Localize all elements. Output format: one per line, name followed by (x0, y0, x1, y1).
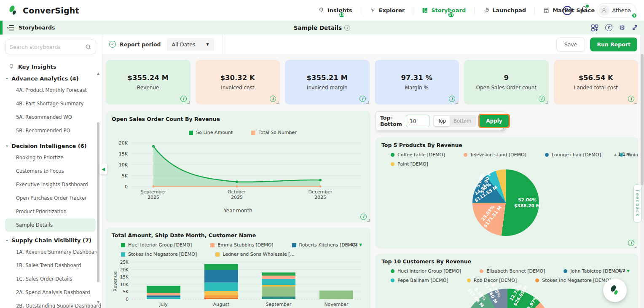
legend-item[interactable]: John Tabletop [DEMO] (564, 268, 621, 274)
kpi-card[interactable]: $355.24 MRevenuei (106, 60, 191, 104)
legend-item[interactable]: So Line Amount (189, 130, 233, 135)
resize-corner[interactable] (501, 127, 504, 129)
kpi-card[interactable]: $56.54 KLanded total costi (554, 60, 639, 104)
sidebar-section-header[interactable]: ⌄Advance Analytics (4) (5, 75, 96, 82)
sidebar-item[interactable]: 2B. Outstanding Supply Dashboard (5, 299, 96, 308)
info-icon[interactable]: i (628, 240, 634, 246)
apply-button[interactable]: Apply (480, 115, 508, 127)
kpi-card[interactable]: 97.31 %Margin %i (375, 60, 459, 104)
resize-corner[interactable] (367, 219, 370, 222)
collapse-menu-icon[interactable] (7, 25, 14, 31)
legend-page-up-icon[interactable]: ▲ (614, 269, 617, 273)
scroll-up-icon[interactable]: ▲ (97, 72, 99, 76)
sidebar-section-header[interactable]: ⌄Decision Intelligence (6) (5, 143, 96, 149)
brand-logo[interactable]: ConverSight (8, 5, 79, 16)
sidebar-item[interactable]: Customers to Focus (5, 164, 96, 178)
legend-item[interactable]: Paint [DEMO] (391, 161, 428, 167)
sidebar-item[interactable]: Sample Details (5, 218, 96, 232)
help-icon[interactable]: ? (605, 24, 612, 31)
sidebar-item[interactable]: 1A. Revenue Summary Dashboard (5, 245, 96, 259)
sidebar-item[interactable]: Product Prioritization (5, 205, 96, 218)
legend-page-down-icon[interactable]: ▼ (627, 269, 630, 273)
info-icon[interactable]: i (539, 96, 545, 102)
legend-item[interactable]: Rob Decor [DEMO] (467, 278, 517, 283)
kpi-card[interactable]: $355.21 MInvoiced margini (285, 60, 370, 104)
info-icon[interactable]: i (180, 96, 187, 102)
top-bottom-count-input[interactable] (406, 115, 429, 127)
info-icon[interactable]: i (628, 96, 634, 102)
nav-explorer[interactable]: Explorer (368, 7, 407, 13)
legend-item[interactable]: Total So Number (251, 130, 297, 135)
nav-storyboard[interactable]: Storyboard 17 (420, 7, 467, 13)
athena-chat-bubble[interactable] (603, 279, 627, 302)
info-icon[interactable]: i (360, 214, 367, 220)
report-period-select[interactable]: All Dates ▼ (167, 38, 214, 51)
feedback-tab[interactable]: Feedback (633, 185, 641, 222)
resize-corner[interactable] (187, 101, 190, 104)
legend-item[interactable]: Elizabeth Bennet [DEMO] (480, 268, 545, 274)
sidebar-scrollbar[interactable]: ▲ ▼ (96, 72, 100, 305)
bottom-option[interactable]: Bottom (450, 116, 475, 126)
sidebar-item[interactable]: 4A. Product Monthly Forecast (5, 83, 96, 97)
sidebar-item[interactable]: Booking to Priortize (5, 151, 96, 164)
sidebar-section-header[interactable]: ⌄Supply Chain Visibility (7) (5, 237, 96, 244)
sidebar-collapse-handle[interactable]: ◀ (99, 163, 107, 174)
sidebar-item[interactable]: 5B. Recommended PO (5, 124, 96, 137)
resize-corner[interactable] (366, 101, 369, 104)
resize-corner[interactable] (545, 101, 548, 104)
sidebar-item[interactable]: 5A. Recommended WO (5, 110, 96, 124)
kpi-card[interactable]: $30.32 KInvoiced costi (196, 60, 280, 104)
run-report-button[interactable]: Run Report (590, 37, 637, 51)
add-widget-icon[interactable] (591, 24, 598, 32)
stacked-bar-chart[interactable]: 05K10K15K20K25KRevenueJuly2025August2025… (112, 257, 364, 308)
resize-corner[interactable] (276, 101, 279, 104)
resize-corner[interactable] (635, 245, 637, 248)
info-icon[interactable]: i (270, 96, 276, 102)
sidebar-item-key-insights[interactable]: Key Insights (8, 64, 96, 70)
legend-page-up-icon[interactable]: ▲ (614, 153, 617, 157)
area-chart[interactable]: 05K10K15K20KSeptember2025October2025Dece… (112, 135, 364, 202)
search-icon[interactable] (85, 44, 91, 50)
page-scrollbar[interactable] (640, 35, 644, 308)
legend-page-down-icon[interactable]: ▼ (359, 243, 362, 247)
sidebar-item[interactable]: Executive Insights Dashboard (5, 178, 96, 191)
pie-chart[interactable] (462, 289, 553, 308)
sidebar-item[interactable]: 1B. Sales Trend Dashboard (5, 259, 96, 272)
legend-item[interactable]: Stokes Inc Megastore [DEMO] (121, 252, 197, 257)
page-info-icon[interactable]: i (344, 25, 350, 31)
sidebar-item[interactable]: 2A. Spend Analysis Dashboard (5, 286, 96, 299)
resize-corner[interactable] (456, 101, 458, 104)
kpi-card[interactable]: 9Open Sales Order counti (464, 60, 549, 104)
info-icon[interactable]: i (360, 96, 366, 102)
legend-item[interactable]: Pepe Ballham [DEMO] (391, 278, 448, 283)
legend-item[interactable]: Emma Stubbins [DEMO] (210, 242, 273, 248)
sidebar-item[interactable]: Open Purchase Order Tracker (5, 191, 96, 205)
nav-market-space[interactable]: Market Space (542, 7, 596, 13)
notifications-bell-icon[interactable] (580, 5, 588, 15)
nav-insights[interactable]: Insights 15 (317, 7, 354, 13)
info-icon[interactable]: i (449, 96, 455, 102)
legend-item[interactable]: Stokes Inc Megastore [DEMO] (535, 278, 611, 283)
search-input[interactable] (10, 44, 82, 50)
legend-item[interactable]: Ledner and Sons Wholesale [... (215, 252, 295, 257)
legend-item[interactable]: Coffee table [DEMO] (391, 152, 445, 158)
legend-item[interactable]: Lounge chair [DEMO] (545, 152, 601, 158)
report-period-checkbox[interactable]: ✓ (109, 41, 116, 48)
legend-item[interactable]: Huel Interior Group [DEMO] (391, 268, 461, 274)
user-menu[interactable]: Athena ▼ (597, 3, 636, 17)
sidebar-item[interactable]: 1C. Sales Order Details (5, 272, 96, 286)
settings-gear-icon[interactable]: ⚙ (619, 24, 625, 31)
resize-corner[interactable] (635, 101, 637, 104)
legend-page-down-icon[interactable]: ▼ (627, 153, 630, 157)
legend-item[interactable]: Television stand [DEMO] (464, 152, 526, 158)
sidebar-item[interactable]: 4B. Part Shortage Summary (5, 97, 96, 110)
scrollbar-thumb[interactable] (97, 122, 99, 282)
save-button[interactable]: Save (556, 37, 585, 51)
legend-page-up-icon[interactable]: ▲ (346, 243, 349, 247)
scrollbar-thumb[interactable] (641, 54, 644, 185)
nav-launchpad[interactable]: Launchpad (481, 7, 528, 13)
top-option[interactable]: Top (434, 116, 450, 126)
legend-item[interactable]: Huel Interior Group [DEMO] (121, 242, 192, 248)
expand-icon[interactable] (632, 24, 638, 31)
scroll-down-icon[interactable]: ▼ (97, 300, 99, 305)
